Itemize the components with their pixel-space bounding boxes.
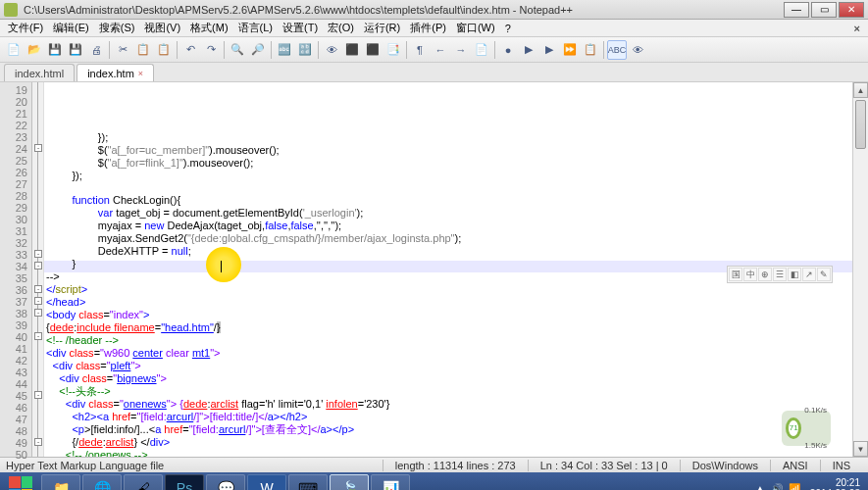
new-icon[interactable]: 📄 (4, 40, 24, 60)
vertical-scrollbar[interactable]: ▲ ▼ (852, 82, 868, 457)
toolbar: 📄 📂 💾 💾 🖨 ✂ 📋 📋 ↶ ↷ 🔍 🔎 🔤 🔡 👁 ⬛ ⬛ 📑 ¶ ← … (0, 37, 868, 63)
play-multi-icon[interactable]: ▶ (539, 40, 559, 60)
menu-run[interactable]: 运行(R) (360, 20, 404, 36)
mini-btn[interactable]: ☰ (773, 268, 787, 281)
tray-volume-icon[interactable]: 🔊 (771, 483, 783, 491)
line-number: 33 (0, 249, 27, 261)
indent-icon[interactable]: → (451, 40, 471, 60)
line-number: 40 (0, 331, 27, 343)
copy-icon[interactable]: 📋 (133, 40, 153, 60)
line-number: 22 (0, 120, 27, 131)
taskbar-clock[interactable]: 20:21 2014-03-08 (806, 477, 864, 490)
menu-edit[interactable]: 编辑(E) (49, 20, 93, 36)
menu-help[interactable]: ? (501, 22, 515, 35)
tray-overflow-icon[interactable]: ▲ (755, 483, 765, 491)
spell-icon[interactable]: ABC (607, 40, 627, 60)
minimize-button[interactable]: — (784, 2, 809, 18)
code-area[interactable]: }); $("a[_for=uc_member]").mouseover(); … (44, 82, 852, 457)
menu-format[interactable]: 格式(M) (186, 20, 232, 36)
text-cursor (221, 261, 222, 272)
line-number: 41 (0, 343, 27, 355)
tab-index-htm[interactable]: index.htm × (77, 64, 154, 81)
line-number: 38 (0, 308, 27, 319)
func-list-icon[interactable]: 📄 (472, 40, 491, 60)
open-icon[interactable]: 📂 (25, 40, 44, 60)
taskbar-app-chat[interactable]: 💬 (206, 474, 245, 490)
close-document-button[interactable]: × (850, 23, 864, 34)
sync-v-icon[interactable]: 👁 (322, 40, 341, 60)
save-icon[interactable]: 💾 (45, 40, 65, 60)
start-button[interactable] (2, 473, 39, 490)
outdent-icon[interactable]: ← (431, 40, 450, 60)
find-icon[interactable]: 🔍 (228, 40, 247, 60)
save-macro-icon[interactable]: 📋 (581, 40, 600, 60)
taskbar-app-browser[interactable]: 🌐 (82, 474, 122, 490)
undo-icon[interactable]: ↶ (180, 40, 200, 60)
fast-icon[interactable]: ⏩ (560, 40, 580, 60)
close-button[interactable]: ✕ (839, 2, 864, 18)
windows-logo-icon (9, 476, 32, 490)
menu-plugins[interactable]: 插件(P) (406, 20, 450, 36)
floating-toolbar: 国 中 ⊕ ☰ ◧ ↗ ✎ (727, 266, 833, 283)
paste-icon[interactable]: 📋 (154, 40, 174, 60)
line-number: 28 (0, 190, 27, 202)
line-number: 36 (0, 284, 27, 296)
performance-widget[interactable]: 71 0.1K/s 1.5K/s (782, 411, 831, 446)
line-number: 46 (0, 402, 27, 414)
zoom-in-icon[interactable]: 🔤 (275, 40, 294, 60)
monitor-icon[interactable]: 👁 (628, 40, 647, 60)
indent-guide-icon[interactable]: 📑 (383, 40, 403, 60)
windows-taskbar: 📁 🌐 🖌 Ps 💬 W ⌨ 🍃 📊 ▲ 🔊 📶 20:21 2014-03-0… (0, 472, 868, 490)
status-eol: Dos\Windows (680, 460, 770, 471)
replace-icon[interactable]: 🔎 (248, 40, 268, 60)
taskbar-app-picker[interactable]: 🖌 (124, 474, 163, 490)
menu-view[interactable]: 视图(V) (140, 20, 184, 36)
tab-index-html[interactable]: index.html (4, 64, 75, 81)
taskbar-app-notepadpp[interactable]: 🍃 (330, 474, 369, 490)
menu-window[interactable]: 窗口(W) (452, 20, 499, 36)
scroll-thumb[interactable] (855, 100, 866, 149)
taskbar-app-sheet[interactable]: 📊 (371, 474, 410, 490)
taskbar-app-explorer[interactable]: 📁 (41, 474, 80, 490)
line-number: 25 (0, 155, 27, 167)
taskbar-app-terminal[interactable]: ⌨ (288, 474, 328, 490)
mini-btn[interactable]: 中 (743, 268, 757, 281)
maximize-button[interactable]: ▭ (811, 2, 837, 18)
window-title: C:\Users\Administrator\Desktop\APMServ5.… (24, 4, 784, 16)
print-icon[interactable]: 🖨 (86, 40, 106, 60)
para-icon[interactable]: ¶ (410, 40, 430, 60)
zoom-out-icon[interactable]: 🔡 (295, 40, 315, 60)
menu-file[interactable]: 文件(F) (4, 20, 47, 36)
wordwrap-icon[interactable]: ⬛ (342, 40, 362, 60)
taskbar-app-photoshop[interactable]: Ps (165, 474, 204, 490)
fold-margin[interactable]: - - - - - - - - - (32, 82, 44, 457)
taskbar-app-word[interactable]: W (247, 474, 286, 490)
status-length: length : 11314 lines : 273 (383, 460, 528, 471)
status-mode: INS (820, 460, 862, 471)
line-number: 35 (0, 272, 27, 284)
menu-settings[interactable]: 设置(T) (279, 20, 322, 36)
line-number: 31 (0, 225, 27, 237)
status-bar: Hyper Text Markup Language file length :… (0, 457, 868, 472)
mini-btn[interactable]: 国 (729, 268, 742, 281)
menu-language[interactable]: 语言(L) (234, 20, 277, 36)
mini-btn[interactable]: ⊕ (758, 268, 772, 281)
cut-icon[interactable]: ✂ (113, 40, 132, 60)
mini-btn[interactable]: ✎ (817, 268, 831, 281)
line-number: 48 (0, 425, 27, 437)
upload-speed: 0.1K/s (804, 405, 827, 416)
scroll-down-icon[interactable]: ▼ (853, 441, 868, 457)
save-all-icon[interactable]: 💾 (66, 40, 85, 60)
menu-macro[interactable]: 宏(O) (324, 20, 358, 36)
tab-close-icon[interactable]: × (138, 69, 143, 78)
tray-network-icon[interactable]: 📶 (789, 483, 800, 491)
all-chars-icon[interactable]: ⬛ (363, 40, 383, 60)
menu-search[interactable]: 搜索(S) (95, 20, 139, 36)
record-icon[interactable]: ● (498, 40, 518, 60)
scroll-up-icon[interactable]: ▲ (853, 82, 868, 98)
system-tray: ▲ 🔊 📶 20:21 2014-03-08 (755, 477, 866, 490)
redo-icon[interactable]: ↷ (201, 40, 221, 60)
mini-btn[interactable]: ◧ (788, 268, 801, 281)
play-icon[interactable]: ▶ (519, 40, 538, 60)
mini-btn[interactable]: ↗ (802, 268, 816, 281)
